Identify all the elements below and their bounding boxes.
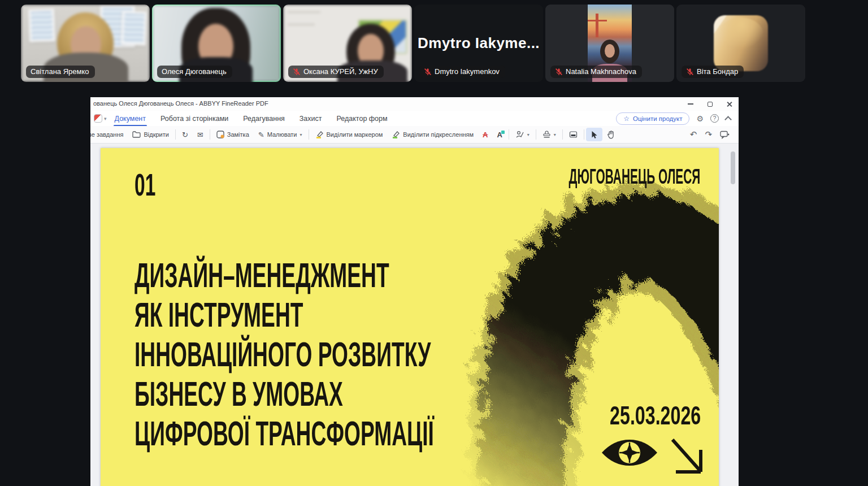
eye-compass-icon: [601, 437, 658, 468]
profile-avatar: [714, 15, 768, 71]
rate-product-button[interactable]: ☆ Оцінити продукт: [616, 112, 689, 125]
settings-gear-icon[interactable]: ⚙: [696, 114, 704, 123]
pencil-icon: ✎: [258, 131, 264, 139]
participant-name: Natalia Makhnachova: [566, 67, 636, 76]
pdf-page-slide: 01 ДЮГОВАНЕЦЬ ОЛЕСЯ ДИЗАЙН–МЕНЕДЖМЕНТ ЯК…: [101, 148, 719, 486]
new-task-button[interactable]: Нове завдання: [90, 126, 128, 143]
menu-item-document[interactable]: Документ: [115, 115, 146, 123]
minimize-button[interactable]: [681, 97, 700, 111]
toolbar: Нове завдання Відкрити ↻ ✉ Замітка ✎ Мал…: [90, 126, 739, 144]
menu-item-pages[interactable]: Робота зі сторінками: [160, 115, 228, 123]
menu-item-form-editor[interactable]: Редактор форм: [337, 115, 388, 123]
document-workspace: 01 ДЮГОВАНЕЦЬ ОЛЕСЯ ДИЗАЙН–МЕНЕДЖМЕНТ ЯК…: [90, 144, 739, 486]
window-title: ованець Олеся Дюгованець Олеся - ABBYY F…: [93, 100, 268, 107]
slide-date: 25.03.2026: [571, 400, 701, 431]
wall-frame: [121, 11, 147, 45]
menu-item-protection[interactable]: Захист: [300, 115, 322, 123]
slide-footer-icons: [601, 437, 703, 475]
participant-name: Олеся Дюгованець: [162, 67, 227, 76]
folder-icon: [132, 131, 141, 138]
video-tile-oksana[interactable]: Оксана КУРЕЙ, УжНУ: [283, 5, 412, 82]
stamp-icon: [542, 131, 551, 138]
menu-bar: ▾ Документ Робота зі сторінками Редагува…: [90, 111, 739, 126]
window-titlebar[interactable]: ованець Олеся Дюгованець Олеся - ABBYY F…: [90, 97, 739, 111]
undo-icon[interactable]: ↶: [690, 129, 697, 140]
app-menu-icon[interactable]: [94, 114, 102, 123]
close-button[interactable]: [719, 97, 739, 111]
slide-number: 01: [134, 166, 170, 203]
slide-title: ДИЗАЙН–МЕНЕДЖМЕНТ ЯК ІНСТРУМЕНТ ІННОВАЦІ…: [134, 255, 633, 453]
slide-author: ДЮГОВАНЕЦЬ ОЛЕСЯ: [474, 165, 700, 189]
draw-button[interactable]: ✎ Малювати ▾: [254, 126, 307, 143]
scrollbar-thumb[interactable]: [731, 151, 735, 184]
highlight-underline-button[interactable]: Виділити підкресленням: [387, 126, 478, 143]
vertical-scrollbar[interactable]: [731, 148, 735, 481]
participant-name: Віта Бондар: [697, 67, 738, 76]
sync-button[interactable]: ↻: [177, 126, 193, 143]
mail-icon: ✉: [197, 131, 203, 139]
abbyy-finereader-window: ованець Олеся Дюгованець Олеся - ABBYY F…: [90, 97, 739, 486]
muted-mic-icon: [555, 68, 563, 76]
comments-panel-icon[interactable]: [720, 131, 730, 139]
redact-icon: [569, 131, 578, 138]
hand-tool-button[interactable]: [602, 126, 619, 143]
participant-name: Світлана Яремко: [31, 67, 89, 76]
help-icon[interactable]: ?: [710, 114, 719, 123]
sync-icon: ↻: [182, 131, 188, 139]
maximize-button[interactable]: [700, 97, 719, 111]
signature-icon: [515, 131, 524, 138]
video-tile-olesia-active-speaker[interactable]: Олеся Дюгованець: [152, 5, 281, 82]
video-tile-svitlana[interactable]: Світлана Яремко: [21, 5, 150, 82]
note-icon: [216, 131, 224, 138]
redact-button[interactable]: [565, 126, 582, 143]
participant-name: Оксана КУРЕЙ, УжНУ: [303, 67, 378, 76]
name-tag: Олеся Дюгованець: [157, 66, 232, 78]
menu-item-editing[interactable]: Редагування: [243, 115, 285, 123]
wall-frame: [28, 8, 55, 42]
muted-mic-icon: [686, 68, 694, 76]
insert-text-button[interactable]: A: [492, 126, 506, 143]
video-tile-natalia[interactable]: Natalia Makhnachova: [545, 5, 674, 82]
muted-mic-icon: [293, 68, 301, 76]
collapse-toolbar-chevron-icon[interactable]: [724, 116, 732, 123]
star-icon: ☆: [623, 115, 630, 123]
video-tile-vita[interactable]: Віта Бондар: [676, 5, 805, 82]
stamp-button[interactable]: ▾: [538, 126, 561, 143]
hand-icon: [607, 131, 615, 139]
underline-pen-icon: [392, 131, 400, 138]
cursor-arrow-icon: [591, 131, 598, 139]
marker-icon: [315, 131, 324, 138]
name-tag: Світлана Яремко: [26, 66, 95, 78]
participant-name: Dmytro Iakymenkov: [435, 67, 500, 76]
strikethrough-a-icon: A: [483, 131, 488, 139]
highlight-marker-button[interactable]: Виділити маркером: [311, 126, 388, 143]
name-tag: Natalia Makhnachova: [550, 66, 642, 78]
email-button[interactable]: ✉: [193, 126, 208, 143]
signature-button[interactable]: ▾: [511, 126, 534, 143]
video-tile-dmytro[interactable]: Dmytro Iakyme... Dmytro Iakymenkov: [414, 5, 543, 82]
diagonal-arrow-icon: [670, 437, 703, 475]
app-menu-chevron-icon[interactable]: ▾: [104, 116, 107, 122]
strikethrough-text-button[interactable]: A: [478, 126, 492, 143]
select-tool-button-active[interactable]: [586, 128, 602, 141]
redo-icon[interactable]: ↷: [705, 129, 712, 140]
muted-mic-icon: [424, 68, 432, 76]
note-button[interactable]: Замітка: [212, 126, 254, 143]
dropdown-chevron-icon: ▾: [300, 132, 302, 137]
name-tag: Оксана КУРЕЙ, УжНУ: [288, 66, 384, 78]
insert-a-icon: A: [497, 131, 502, 139]
name-tag: Віта Бондар: [682, 66, 744, 78]
name-tag: Dmytro Iakymenkov: [419, 66, 505, 78]
open-button[interactable]: Відкрити: [128, 126, 173, 143]
